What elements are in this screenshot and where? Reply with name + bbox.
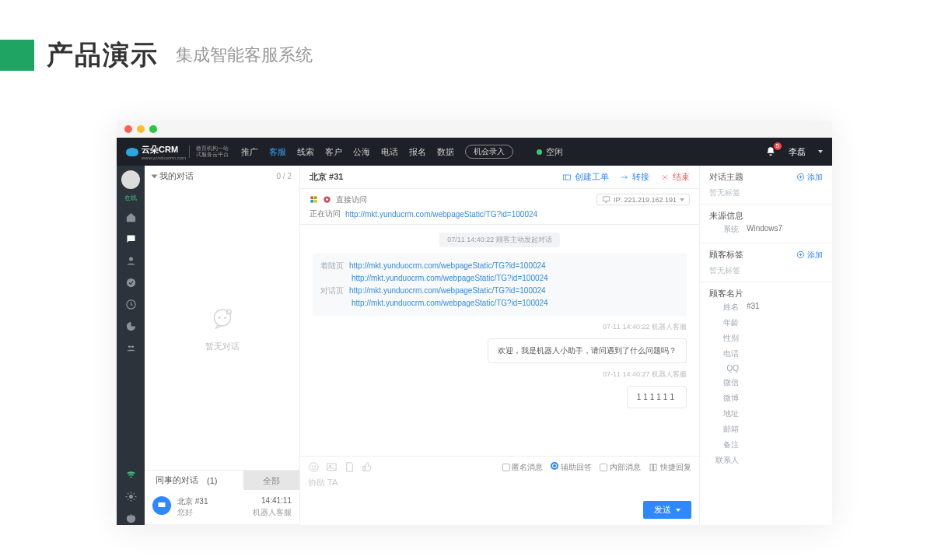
svg-point-3 (129, 257, 133, 261)
transfer-icon (620, 173, 629, 182)
chevron-down-icon[interactable] (818, 150, 823, 153)
svg-rect-30 (654, 464, 657, 471)
my-conversations-count: 0 / 2 (277, 172, 292, 180)
svg-point-1 (130, 237, 131, 238)
referrer-box: 着陆页http://mkt.yunduocrm.com/webpageStati… (313, 254, 687, 316)
nav-tab-data[interactable]: 数据 (437, 146, 454, 158)
rail-wifi-icon[interactable] (124, 467, 138, 481)
traffic-minimize-icon[interactable] (137, 125, 145, 133)
slide-title-row: 产品演示 集成智能客服系统 (0, 0, 941, 73)
assist-radio[interactable] (551, 462, 558, 470)
svg-point-24 (310, 463, 318, 471)
chat-messages: 07/11 14:40:22 顾客主动发起对话 着陆页http://mkt.yu… (300, 225, 699, 456)
file-icon[interactable] (344, 461, 355, 473)
landing-url-1[interactable]: http://mkt.yunduocrm.com/webpageStatic/T… (349, 261, 546, 270)
no-topic-tag: 暂无标签 (709, 183, 823, 198)
transfer-button[interactable]: 转接 (620, 171, 649, 183)
chat-title: 北京 #31 (310, 171, 343, 183)
nav-tab-service[interactable]: 客服 (269, 146, 286, 158)
thumbs-up-icon[interactable] (362, 461, 373, 473)
rail-group-icon[interactable] (124, 341, 138, 355)
svg-point-2 (131, 237, 132, 238)
chat-bubble-1: 欢迎，我是机器人小助手，请问遇到了什么问题吗？ (488, 338, 687, 363)
chevron-down-icon (680, 198, 684, 201)
rail-gear-icon[interactable] (124, 489, 138, 503)
add-topic-button[interactable]: 添加 (796, 172, 823, 183)
quick-reply-button[interactable]: 快捷回复 (649, 462, 691, 473)
ip-pill[interactable]: IP: 221.219.162.191 (596, 194, 690, 205)
monitor-icon (157, 501, 166, 510)
svg-rect-18 (310, 200, 313, 203)
rail-home-icon[interactable] (124, 210, 138, 224)
cloud-icon (126, 148, 138, 156)
conversation-list-panel: 我的对话 0 / 2 暂无对话 同事的对话 (1) 全部 北京 #3114:41… (145, 166, 300, 525)
conversation-item[interactable]: 北京 #3114:41:11 您好机器人客服 (145, 490, 299, 525)
nav-tab-signup[interactable]: 报名 (409, 146, 426, 158)
side-rail: 在线 (117, 166, 145, 525)
svg-point-10 (214, 310, 230, 326)
conversation-avatar (152, 496, 171, 515)
current-user-name[interactable]: 李磊 (789, 146, 806, 158)
card-name-val[interactable]: #31 (747, 302, 760, 313)
nav-tab-phone[interactable]: 电话 (381, 146, 398, 158)
svg-rect-19 (314, 200, 317, 203)
filter-all-button[interactable]: 全部 (243, 471, 299, 490)
chevron-down-icon (152, 174, 158, 178)
close-icon (660, 173, 670, 182)
landing-url-2[interactable]: http://mkt.yunduocrm.com/webpageStatic/T… (352, 274, 548, 282)
talk-url-2[interactable]: http://mkt.yunduocrm.com/webpageStatic/T… (352, 299, 548, 307)
svg-point-26 (315, 466, 316, 467)
colleague-conv-count: (1) (207, 476, 217, 485)
nav-tab-sea[interactable]: 公海 (353, 146, 370, 158)
nav-tab-leads[interactable]: 线索 (297, 146, 314, 158)
rail-person-icon[interactable] (124, 254, 138, 268)
rail-pie-icon[interactable] (124, 319, 138, 333)
my-conversations-header[interactable]: 我的对话 0 / 2 (145, 166, 299, 187)
rail-power-icon[interactable] (124, 511, 138, 525)
access-type: 直接访问 (336, 194, 367, 205)
agent-avatar[interactable] (121, 170, 140, 189)
svg-rect-29 (650, 464, 653, 471)
window-traffic-lights (117, 121, 832, 138)
notifications-button[interactable]: 5 (765, 146, 776, 157)
topic-title: 对话主题 (709, 171, 743, 183)
svg-point-22 (326, 198, 328, 201)
colleague-conversations-header[interactable]: 同事的对话 (1) 全部 (145, 470, 299, 490)
traffic-close-icon[interactable] (124, 125, 132, 133)
add-tag-button[interactable]: 添加 (796, 250, 823, 261)
svg-rect-15 (564, 175, 571, 180)
logo-subtext: www.yunduocrm.com (142, 156, 186, 160)
talk-url-1[interactable]: http://mkt.yunduocrm.com/webpageStatic/T… (349, 286, 546, 295)
logo-tagline: 教育机构一站式服务云平台 (189, 145, 229, 158)
rail-check-icon[interactable] (124, 275, 138, 289)
my-conversations-label: 我的对话 (159, 170, 194, 182)
visiting-url[interactable]: http://mkt.yunducrm.com/webpageStatic/TG… (345, 210, 537, 219)
image-icon[interactable] (326, 461, 338, 473)
create-ticket-button[interactable]: 创建工单 (562, 171, 609, 183)
rail-chat-icon[interactable] (124, 232, 138, 246)
send-button[interactable]: 发送 (643, 501, 691, 519)
traffic-zoom-icon[interactable] (149, 125, 157, 133)
colleague-conv-label: 同事的对话 (156, 474, 198, 486)
anon-checkbox[interactable] (502, 464, 510, 471)
logo: 云朵CRM www.yunduocrm.com 教育机构一站式服务云平台 (126, 144, 229, 160)
emoji-icon[interactable] (308, 461, 320, 473)
chevron-down-icon[interactable] (676, 509, 680, 512)
slide-title: 产品演示 (47, 37, 159, 73)
conv-msg: 您好 (177, 507, 193, 518)
message-input[interactable] (308, 473, 691, 501)
nav-tab-promo[interactable]: 推广 (241, 146, 258, 158)
svg-rect-16 (310, 196, 313, 199)
end-button[interactable]: 结束 (660, 171, 690, 183)
app-window: 云朵CRM www.yunduocrm.com 教育机构一站式服务云平台 推广 … (117, 121, 832, 525)
rail-history-icon[interactable] (124, 297, 138, 311)
system-val: Windows7 (747, 224, 782, 235)
internal-checkbox[interactable] (600, 464, 607, 471)
svg-point-8 (130, 345, 132, 348)
talk-label: 对话页 (320, 286, 344, 295)
record-opportunity-button[interactable]: 机会录入 (465, 145, 513, 159)
status-text[interactable]: 空闲 (546, 146, 563, 158)
nav-tab-customers[interactable]: 客户 (325, 146, 342, 158)
svg-point-12 (225, 317, 226, 318)
cust-tag-title: 顾客标签 (709, 249, 743, 261)
